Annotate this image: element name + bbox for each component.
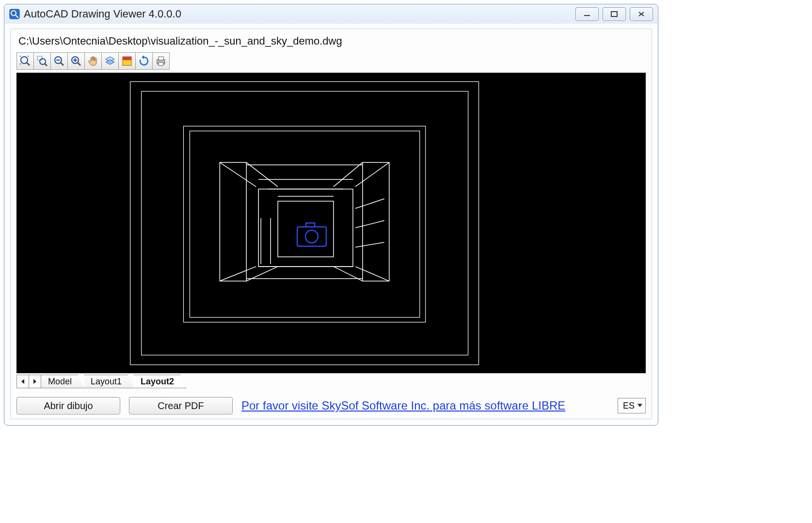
language-value: ES — [623, 401, 635, 411]
skysof-link[interactable]: Por favor visite SkySof Software Inc. pa… — [241, 399, 565, 412]
zoom-window-icon — [36, 55, 48, 67]
svg-marker-60 — [637, 404, 642, 407]
printer-icon — [155, 55, 167, 67]
open-drawing-button[interactable]: Abrir dibujo — [16, 397, 120, 414]
tab-scroll — [16, 375, 41, 388]
hand-icon — [87, 55, 99, 67]
tab-label: Layout2 — [141, 377, 174, 387]
tab-scroll-right[interactable] — [29, 375, 41, 388]
colors-button[interactable] — [118, 52, 136, 70]
svg-marker-23 — [142, 55, 144, 59]
svg-marker-58 — [21, 379, 24, 384]
chevron-down-icon — [637, 404, 642, 408]
close-button[interactable] — [630, 7, 653, 21]
svg-rect-4 — [611, 12, 617, 16]
app-window: AutoCAD Drawing Viewer 4.0.0.0 C:\Users\ — [4, 4, 658, 426]
svg-marker-20 — [106, 60, 114, 64]
bottom-bar: Abrir dibujo Crear PDF Por favor visite … — [16, 397, 646, 414]
link-text: Por favor visite SkySof Software Inc. pa… — [241, 399, 565, 412]
layers-icon — [104, 55, 116, 67]
tab-label: Model — [48, 377, 72, 387]
zoom-out-icon — [53, 55, 65, 67]
zoom-in-button[interactable] — [67, 52, 85, 70]
svg-line-11 — [45, 63, 47, 66]
minimize-button[interactable] — [575, 7, 599, 21]
language-select[interactable]: ES — [618, 398, 646, 413]
zoom-extents-button[interactable] — [16, 52, 34, 70]
svg-rect-25 — [159, 57, 163, 60]
refresh-icon — [138, 55, 150, 67]
button-label: Crear PDF — [158, 400, 204, 412]
svg-rect-9 — [37, 56, 42, 60]
tab-layout2[interactable]: Layout2 — [134, 375, 186, 388]
svg-line-14 — [61, 63, 64, 65]
button-label: Abrir dibujo — [44, 400, 93, 412]
print-button[interactable] — [152, 52, 170, 70]
svg-line-8 — [27, 63, 30, 65]
regen-button[interactable] — [135, 52, 153, 70]
file-path: C:\Users\Ontecnia\Desktop\visualization_… — [18, 35, 646, 48]
tab-scroll-left[interactable] — [17, 375, 29, 388]
maximize-button[interactable] — [603, 7, 626, 21]
svg-marker-59 — [33, 379, 36, 384]
zoom-out-button[interactable] — [50, 52, 68, 70]
zoom-window-button[interactable] — [33, 52, 51, 70]
titlebar: AutoCAD Drawing Viewer 4.0.0.0 — [4, 4, 658, 24]
client-area: C:\Users\Ontecnia\Desktop\visualization_… — [10, 29, 652, 419]
tab-label: Layout1 — [91, 377, 122, 387]
drawing-viewport[interactable] — [16, 73, 646, 373]
svg-line-18 — [78, 63, 80, 65]
layout-tabs: Model Layout1 Layout2 — [16, 373, 646, 388]
window-controls — [575, 7, 653, 21]
layers-button[interactable] — [101, 52, 119, 70]
pan-button[interactable] — [84, 52, 102, 70]
color-box-icon — [121, 55, 133, 67]
window-title: AutoCAD Drawing Viewer 4.0.0.0 — [24, 8, 181, 20]
svg-rect-27 — [16, 73, 646, 373]
zoom-extents-icon — [19, 55, 32, 67]
tab-layout1[interactable]: Layout1 — [84, 375, 134, 388]
toolbar — [16, 52, 646, 70]
app-icon — [9, 9, 20, 19]
zoom-in-icon — [70, 55, 82, 67]
svg-rect-22 — [123, 57, 131, 60]
svg-rect-26 — [159, 63, 163, 65]
create-pdf-button[interactable]: Crear PDF — [129, 397, 233, 414]
tab-model[interactable]: Model — [41, 375, 84, 388]
